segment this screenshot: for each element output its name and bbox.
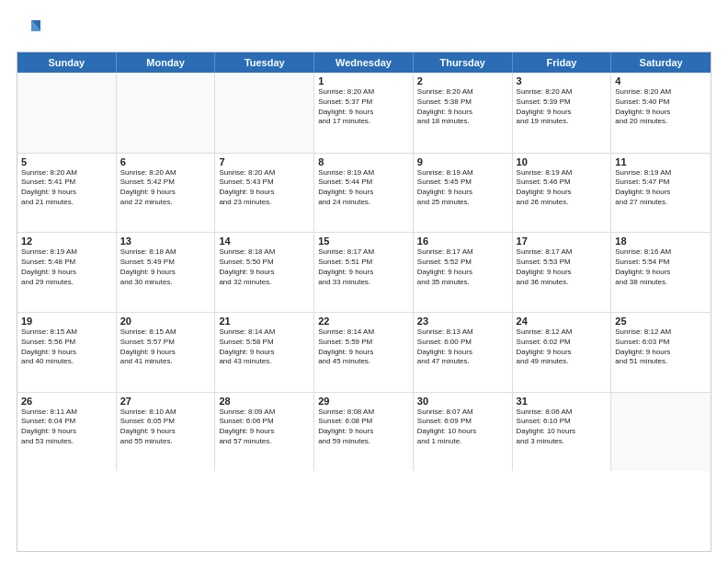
day-number: 15 — [318, 236, 409, 247]
day-number: 26 — [21, 396, 112, 407]
day-number: 9 — [417, 156, 508, 167]
day-info: Sunrise: 8:06 AM Sunset: 6:10 PM Dayligh… — [517, 408, 608, 447]
empty-cell — [117, 73, 216, 153]
day-cell-25: 25Sunrise: 8:12 AM Sunset: 6:03 PM Dayli… — [611, 313, 711, 392]
day-cell-3: 3Sunrise: 8:20 AM Sunset: 5:39 PM Daylig… — [513, 73, 612, 153]
day-info: Sunrise: 8:20 AM Sunset: 5:38 PM Dayligh… — [417, 87, 508, 127]
day-info: Sunrise: 8:19 AM Sunset: 5:46 PM Dayligh… — [517, 168, 608, 208]
day-info: Sunrise: 8:19 AM Sunset: 5:47 PM Dayligh… — [615, 168, 707, 208]
day-number: 21 — [219, 316, 310, 327]
day-info: Sunrise: 8:08 AM Sunset: 6:08 PM Dayligh… — [318, 408, 409, 447]
day-cell-13: 13Sunrise: 8:18 AM Sunset: 5:49 PM Dayli… — [117, 233, 216, 312]
day-number: 18 — [615, 236, 707, 247]
day-number: 2 — [417, 75, 508, 86]
day-info: Sunrise: 8:20 AM Sunset: 5:41 PM Dayligh… — [21, 168, 112, 208]
calendar-row-4: 19Sunrise: 8:15 AM Sunset: 5:56 PM Dayli… — [17, 312, 711, 392]
day-number: 6 — [120, 156, 211, 167]
day-info: Sunrise: 8:18 AM Sunset: 5:50 PM Dayligh… — [219, 247, 310, 287]
day-cell-6: 6Sunrise: 8:20 AM Sunset: 5:42 PM Daylig… — [117, 154, 216, 233]
day-cell-22: 22Sunrise: 8:14 AM Sunset: 5:59 PM Dayli… — [314, 313, 414, 392]
day-number: 20 — [120, 316, 211, 327]
empty-cell — [215, 73, 314, 153]
day-cell-2: 2Sunrise: 8:20 AM Sunset: 5:38 PM Daylig… — [414, 73, 513, 153]
logo — [17, 17, 46, 42]
day-cell-30: 30Sunrise: 8:07 AM Sunset: 6:09 PM Dayli… — [414, 393, 513, 472]
day-cell-21: 21Sunrise: 8:14 AM Sunset: 5:58 PM Dayli… — [215, 313, 314, 392]
day-header-tuesday: Tuesday — [215, 52, 314, 73]
day-info: Sunrise: 8:11 AM Sunset: 6:04 PM Dayligh… — [21, 408, 112, 447]
day-cell-11: 11Sunrise: 8:19 AM Sunset: 5:47 PM Dayli… — [611, 154, 711, 233]
day-number: 25 — [615, 316, 707, 327]
day-info: Sunrise: 8:16 AM Sunset: 5:54 PM Dayligh… — [615, 247, 707, 287]
day-cell-20: 20Sunrise: 8:15 AM Sunset: 5:57 PM Dayli… — [117, 313, 216, 392]
day-number: 16 — [417, 236, 508, 247]
day-number: 5 — [21, 156, 112, 167]
day-header-saturday: Saturday — [611, 52, 711, 73]
day-info: Sunrise: 8:10 AM Sunset: 6:05 PM Dayligh… — [120, 408, 211, 447]
day-info: Sunrise: 8:20 AM Sunset: 5:40 PM Dayligh… — [615, 87, 707, 127]
day-cell-10: 10Sunrise: 8:19 AM Sunset: 5:46 PM Dayli… — [513, 154, 612, 233]
day-cell-17: 17Sunrise: 8:17 AM Sunset: 5:53 PM Dayli… — [513, 233, 612, 312]
day-cell-16: 16Sunrise: 8:17 AM Sunset: 5:52 PM Dayli… — [414, 233, 513, 312]
calendar-row-3: 12Sunrise: 8:19 AM Sunset: 5:48 PM Dayli… — [17, 232, 711, 312]
day-number: 13 — [120, 236, 211, 247]
day-number: 19 — [21, 316, 112, 327]
day-number: 1 — [318, 75, 409, 86]
day-cell-12: 12Sunrise: 8:19 AM Sunset: 5:48 PM Dayli… — [17, 233, 117, 312]
day-cell-9: 9Sunrise: 8:19 AM Sunset: 5:45 PM Daylig… — [414, 154, 513, 233]
day-cell-26: 26Sunrise: 8:11 AM Sunset: 6:04 PM Dayli… — [17, 393, 117, 472]
day-number: 24 — [517, 316, 608, 327]
day-cell-29: 29Sunrise: 8:08 AM Sunset: 6:08 PM Dayli… — [314, 393, 414, 472]
day-cell-7: 7Sunrise: 8:20 AM Sunset: 5:43 PM Daylig… — [215, 154, 314, 233]
logo-icon — [17, 17, 42, 42]
empty-cell — [611, 393, 711, 472]
day-cell-27: 27Sunrise: 8:10 AM Sunset: 6:05 PM Dayli… — [117, 393, 216, 472]
day-info: Sunrise: 8:18 AM Sunset: 5:49 PM Dayligh… — [120, 247, 211, 287]
day-header-monday: Monday — [117, 52, 216, 73]
calendar-row-5: 26Sunrise: 8:11 AM Sunset: 6:04 PM Dayli… — [17, 392, 711, 472]
day-cell-28: 28Sunrise: 8:09 AM Sunset: 6:06 PM Dayli… — [215, 393, 314, 472]
day-header-thursday: Thursday — [414, 52, 513, 73]
day-info: Sunrise: 8:09 AM Sunset: 6:06 PM Dayligh… — [219, 408, 310, 447]
day-info: Sunrise: 8:20 AM Sunset: 5:43 PM Dayligh… — [219, 168, 310, 208]
day-cell-15: 15Sunrise: 8:17 AM Sunset: 5:51 PM Dayli… — [314, 233, 414, 312]
day-number: 28 — [219, 396, 310, 407]
day-info: Sunrise: 8:12 AM Sunset: 6:02 PM Dayligh… — [517, 327, 608, 367]
day-number: 17 — [517, 236, 608, 247]
day-number: 8 — [318, 156, 409, 167]
day-number: 10 — [517, 156, 608, 167]
day-info: Sunrise: 8:15 AM Sunset: 5:57 PM Dayligh… — [120, 327, 211, 367]
calendar-header: SundayMondayTuesdayWednesdayThursdayFrid… — [17, 52, 711, 73]
day-cell-18: 18Sunrise: 8:16 AM Sunset: 5:54 PM Dayli… — [611, 233, 711, 312]
day-number: 4 — [615, 75, 707, 86]
calendar: SundayMondayTuesdayWednesdayThursdayFrid… — [17, 52, 711, 552]
day-number: 31 — [517, 396, 608, 407]
day-cell-1: 1Sunrise: 8:20 AM Sunset: 5:37 PM Daylig… — [314, 73, 414, 153]
day-number: 30 — [417, 396, 508, 407]
day-info: Sunrise: 8:14 AM Sunset: 5:58 PM Dayligh… — [219, 327, 310, 367]
day-cell-19: 19Sunrise: 8:15 AM Sunset: 5:56 PM Dayli… — [17, 313, 117, 392]
day-info: Sunrise: 8:20 AM Sunset: 5:42 PM Dayligh… — [120, 168, 211, 208]
day-number: 7 — [219, 156, 310, 167]
day-info: Sunrise: 8:13 AM Sunset: 6:00 PM Dayligh… — [417, 327, 508, 367]
day-info: Sunrise: 8:19 AM Sunset: 5:45 PM Dayligh… — [417, 168, 508, 208]
day-cell-23: 23Sunrise: 8:13 AM Sunset: 6:00 PM Dayli… — [414, 313, 513, 392]
calendar-row-2: 5Sunrise: 8:20 AM Sunset: 5:41 PM Daylig… — [17, 153, 711, 233]
day-header-wednesday: Wednesday — [314, 52, 414, 73]
empty-cell — [17, 73, 117, 153]
day-info: Sunrise: 8:17 AM Sunset: 5:51 PM Dayligh… — [318, 247, 409, 287]
day-header-friday: Friday — [513, 52, 612, 73]
day-info: Sunrise: 8:20 AM Sunset: 5:37 PM Dayligh… — [318, 87, 409, 127]
day-info: Sunrise: 8:19 AM Sunset: 5:48 PM Dayligh… — [21, 247, 112, 287]
day-cell-4: 4Sunrise: 8:20 AM Sunset: 5:40 PM Daylig… — [611, 73, 711, 153]
calendar-body: 1Sunrise: 8:20 AM Sunset: 5:37 PM Daylig… — [17, 73, 711, 551]
page: SundayMondayTuesdayWednesdayThursdayFrid… — [0, 0, 728, 563]
day-number: 23 — [417, 316, 508, 327]
day-number: 3 — [517, 75, 608, 86]
day-info: Sunrise: 8:15 AM Sunset: 5:56 PM Dayligh… — [21, 327, 112, 367]
day-header-sunday: Sunday — [17, 52, 117, 73]
day-cell-5: 5Sunrise: 8:20 AM Sunset: 5:41 PM Daylig… — [17, 154, 117, 233]
header — [17, 17, 711, 42]
day-number: 27 — [120, 396, 211, 407]
day-number: 14 — [219, 236, 310, 247]
